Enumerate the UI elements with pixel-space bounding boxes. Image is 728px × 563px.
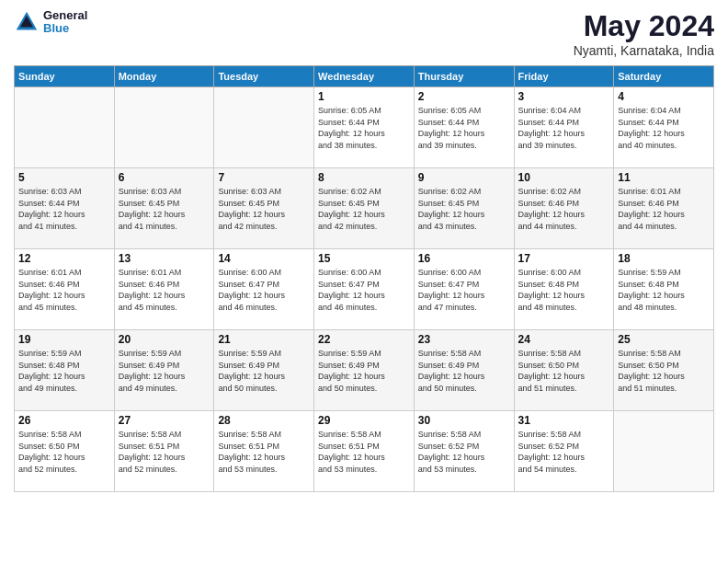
- cell-day: 7Sunrise: 6:03 AM Sunset: 6:45 PM Daylig…: [214, 168, 314, 249]
- cell-day: 12Sunrise: 6:01 AM Sunset: 6:46 PM Dayli…: [15, 249, 115, 330]
- cell-day: 20Sunrise: 5:59 AM Sunset: 6:49 PM Dayli…: [114, 330, 214, 411]
- cell-info: Sunrise: 6:04 AM Sunset: 6:44 PM Dayligh…: [618, 105, 710, 151]
- calendar: SundayMondayTuesdayWednesdayThursdayFrid…: [14, 65, 714, 492]
- day-number: 15: [318, 252, 410, 265]
- cell-day: 15Sunrise: 6:00 AM Sunset: 6:47 PM Dayli…: [314, 249, 415, 330]
- cell-info: Sunrise: 5:58 AM Sunset: 6:50 PM Dayligh…: [18, 429, 110, 475]
- day-number: 25: [618, 333, 710, 346]
- cell-day: 23Sunrise: 5:58 AM Sunset: 6:49 PM Dayli…: [414, 330, 514, 411]
- cell-info: Sunrise: 5:59 AM Sunset: 6:49 PM Dayligh…: [119, 348, 210, 394]
- cell-day: 22Sunrise: 5:59 AM Sunset: 6:49 PM Dayli…: [314, 330, 415, 411]
- day-number: 12: [18, 252, 110, 265]
- cell-info: Sunrise: 5:59 AM Sunset: 6:49 PM Dayligh…: [218, 348, 310, 394]
- cell-info: Sunrise: 6:03 AM Sunset: 6:44 PM Dayligh…: [18, 186, 110, 232]
- cell-info: Sunrise: 6:00 AM Sunset: 6:47 PM Dayligh…: [318, 267, 410, 313]
- week-row-3: 19Sunrise: 5:59 AM Sunset: 6:48 PM Dayli…: [15, 330, 714, 411]
- cell-info: Sunrise: 6:02 AM Sunset: 6:45 PM Dayligh…: [418, 186, 510, 232]
- calendar-body: 1Sunrise: 6:05 AM Sunset: 6:44 PM Daylig…: [15, 87, 714, 492]
- day-number: 16: [418, 252, 510, 265]
- cell-day: [614, 411, 714, 492]
- logo-line1: General: [43, 9, 87, 22]
- day-number: 21: [218, 333, 310, 346]
- day-header-saturday: Saturday: [614, 66, 714, 87]
- day-number: 20: [119, 333, 210, 346]
- cell-info: Sunrise: 6:00 AM Sunset: 6:48 PM Dayligh…: [518, 267, 610, 313]
- cell-day: 21Sunrise: 5:59 AM Sunset: 6:49 PM Dayli…: [214, 330, 314, 411]
- cell-info: Sunrise: 6:01 AM Sunset: 6:46 PM Dayligh…: [119, 267, 210, 313]
- logo-line2: Blue: [43, 22, 87, 35]
- cell-day: 26Sunrise: 5:58 AM Sunset: 6:50 PM Dayli…: [15, 411, 115, 492]
- day-number: 18: [618, 252, 710, 265]
- cell-day: 13Sunrise: 6:01 AM Sunset: 6:46 PM Dayli…: [114, 249, 214, 330]
- cell-day: [214, 87, 314, 168]
- day-number: 14: [218, 252, 310, 265]
- cell-info: Sunrise: 6:03 AM Sunset: 6:45 PM Dayligh…: [218, 186, 310, 232]
- cell-day: 1Sunrise: 6:05 AM Sunset: 6:44 PM Daylig…: [314, 87, 415, 168]
- page: General Blue May 2024 Nyamti, Karnataka,…: [0, 0, 728, 563]
- cell-day: 24Sunrise: 5:58 AM Sunset: 6:50 PM Dayli…: [514, 330, 614, 411]
- day-number: 3: [518, 90, 610, 103]
- cell-info: Sunrise: 5:58 AM Sunset: 6:50 PM Dayligh…: [518, 348, 610, 394]
- cell-day: 6Sunrise: 6:03 AM Sunset: 6:45 PM Daylig…: [114, 168, 214, 249]
- cell-day: 29Sunrise: 5:58 AM Sunset: 6:51 PM Dayli…: [314, 411, 415, 492]
- cell-info: Sunrise: 5:58 AM Sunset: 6:51 PM Dayligh…: [218, 429, 310, 475]
- subtitle: Nyamti, Karnataka, India: [574, 43, 714, 58]
- cell-day: [15, 87, 115, 168]
- cell-day: 5Sunrise: 6:03 AM Sunset: 6:44 PM Daylig…: [15, 168, 115, 249]
- cell-info: Sunrise: 6:01 AM Sunset: 6:46 PM Dayligh…: [618, 186, 710, 232]
- day-number: 5: [18, 171, 110, 184]
- cell-day: 17Sunrise: 6:00 AM Sunset: 6:48 PM Dayli…: [514, 249, 614, 330]
- cell-info: Sunrise: 5:58 AM Sunset: 6:50 PM Dayligh…: [618, 348, 710, 394]
- calendar-header: SundayMondayTuesdayWednesdayThursdayFrid…: [15, 66, 714, 87]
- main-title: May 2024: [574, 9, 714, 43]
- cell-day: 11Sunrise: 6:01 AM Sunset: 6:46 PM Dayli…: [614, 168, 714, 249]
- day-number: 22: [318, 333, 410, 346]
- cell-info: Sunrise: 5:58 AM Sunset: 6:52 PM Dayligh…: [518, 429, 610, 475]
- cell-day: 16Sunrise: 6:00 AM Sunset: 6:47 PM Dayli…: [414, 249, 514, 330]
- day-number: 31: [518, 414, 610, 427]
- day-number: 27: [119, 414, 210, 427]
- cell-day: 4Sunrise: 6:04 AM Sunset: 6:44 PM Daylig…: [614, 87, 714, 168]
- day-number: 2: [418, 90, 510, 103]
- cell-info: Sunrise: 6:01 AM Sunset: 6:46 PM Dayligh…: [18, 267, 110, 313]
- cell-info: Sunrise: 6:03 AM Sunset: 6:45 PM Dayligh…: [119, 186, 210, 232]
- cell-day: 2Sunrise: 6:05 AM Sunset: 6:44 PM Daylig…: [414, 87, 514, 168]
- day-number: 11: [618, 171, 710, 184]
- cell-day: 9Sunrise: 6:02 AM Sunset: 6:45 PM Daylig…: [414, 168, 514, 249]
- day-number: 8: [318, 171, 410, 184]
- day-number: 29: [318, 414, 410, 427]
- day-number: 1: [318, 90, 410, 103]
- week-row-1: 5Sunrise: 6:03 AM Sunset: 6:44 PM Daylig…: [15, 168, 714, 249]
- cell-info: Sunrise: 5:59 AM Sunset: 6:48 PM Dayligh…: [618, 267, 710, 313]
- cell-info: Sunrise: 6:02 AM Sunset: 6:45 PM Dayligh…: [318, 186, 410, 232]
- cell-day: 28Sunrise: 5:58 AM Sunset: 6:51 PM Dayli…: [214, 411, 314, 492]
- day-number: 10: [518, 171, 610, 184]
- day-header-monday: Monday: [114, 66, 214, 87]
- day-header-thursday: Thursday: [414, 66, 514, 87]
- day-headers-row: SundayMondayTuesdayWednesdayThursdayFrid…: [15, 66, 714, 87]
- day-number: 9: [418, 171, 510, 184]
- cell-info: Sunrise: 5:59 AM Sunset: 6:49 PM Dayligh…: [318, 348, 410, 394]
- day-number: 28: [218, 414, 310, 427]
- week-row-4: 26Sunrise: 5:58 AM Sunset: 6:50 PM Dayli…: [15, 411, 714, 492]
- day-header-wednesday: Wednesday: [314, 66, 415, 87]
- cell-info: Sunrise: 5:58 AM Sunset: 6:52 PM Dayligh…: [418, 429, 510, 475]
- cell-day: 18Sunrise: 5:59 AM Sunset: 6:48 PM Dayli…: [614, 249, 714, 330]
- cell-info: Sunrise: 6:05 AM Sunset: 6:44 PM Dayligh…: [318, 105, 410, 151]
- header: General Blue May 2024 Nyamti, Karnataka,…: [14, 9, 714, 58]
- logo-icon: [14, 9, 40, 35]
- cell-day: [114, 87, 214, 168]
- day-header-tuesday: Tuesday: [214, 66, 314, 87]
- cell-info: Sunrise: 6:00 AM Sunset: 6:47 PM Dayligh…: [418, 267, 510, 313]
- day-number: 30: [418, 414, 510, 427]
- cell-day: 8Sunrise: 6:02 AM Sunset: 6:45 PM Daylig…: [314, 168, 415, 249]
- cell-day: 31Sunrise: 5:58 AM Sunset: 6:52 PM Dayli…: [514, 411, 614, 492]
- cell-day: 14Sunrise: 6:00 AM Sunset: 6:47 PM Dayli…: [214, 249, 314, 330]
- logo-text: General Blue: [43, 9, 87, 36]
- week-row-0: 1Sunrise: 6:05 AM Sunset: 6:44 PM Daylig…: [15, 87, 714, 168]
- title-block: May 2024 Nyamti, Karnataka, India: [574, 9, 714, 58]
- cell-day: 30Sunrise: 5:58 AM Sunset: 6:52 PM Dayli…: [414, 411, 514, 492]
- cell-day: 3Sunrise: 6:04 AM Sunset: 6:44 PM Daylig…: [514, 87, 614, 168]
- day-number: 24: [518, 333, 610, 346]
- cell-info: Sunrise: 6:05 AM Sunset: 6:44 PM Dayligh…: [418, 105, 510, 151]
